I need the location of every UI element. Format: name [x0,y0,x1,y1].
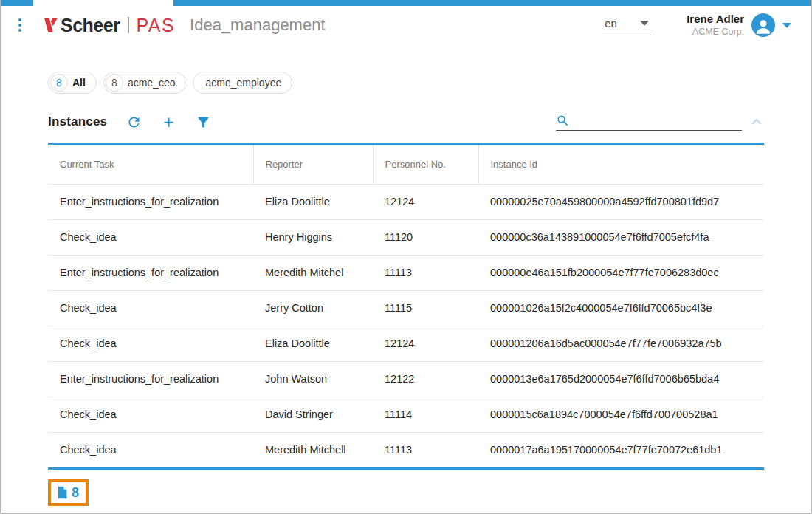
app-header: Scheer PAS Idea_management en Irene Adle… [1,6,811,44]
page-title: Idea_management [190,16,325,35]
table-row[interactable]: Check_idea Eliza Doolittle 12124 0000012… [48,326,764,361]
kebab-menu-icon[interactable] [18,18,21,32]
cell-reporter: Jerry Cotton [253,290,373,326]
brand-name: Scheer [61,15,120,36]
chip-all[interactable]: 8 All [48,72,97,94]
column-header-current-task[interactable]: Current Task [48,145,253,184]
chip-count-badge: 8 [50,74,68,92]
cell-current-task: Enter_instructions_for_realization [48,255,253,290]
chip-label: acme_employee [205,77,281,89]
chevron-down-icon [640,21,649,26]
table-row[interactable]: Enter_instructions_for_realization Mered… [48,255,764,290]
cell-personnel-no: 11114 [373,397,478,432]
cell-instance-id: 0000013e6a1765d2000054e7f6ffd7006b65bda4 [478,361,764,397]
cell-reporter: John Watson [253,361,373,397]
cell-current-task: Check_idea [48,219,253,255]
chip-label: acme_ceo [128,77,176,89]
cell-instance-id: 000000e46a151fb2000054e7f77fe7006283d0ec [478,255,764,290]
table-row[interactable]: Check_idea David Stringer 11114 0000015c… [48,397,764,432]
chip-count-badge: 8 [106,74,123,92]
cell-reporter: Eliza Doolittle [253,326,373,361]
instances-toolbar: Instances [48,107,764,137]
cell-personnel-no: 11120 [373,219,478,255]
stripe-logo-notch [33,0,173,6]
cell-personnel-no: 11113 [373,255,478,290]
cell-personnel-no: 11115 [373,290,478,326]
cell-reporter: Eliza Doolittle [253,184,373,219]
cell-instance-id: 0000015c6a1894c7000054e7f6ffd700700528a1 [478,397,764,432]
table-row[interactable]: Check_idea Meredith Mitchell 11113 00000… [48,432,764,467]
table-row[interactable]: Enter_instructions_for_realization Eliza… [48,184,764,219]
record-count: 8 [72,485,79,501]
cell-reporter: Henry Higgins [253,219,373,255]
main-content: 8 All 8 acme_ceo acme_employee Instances [1,72,811,506]
chevron-up-icon[interactable] [749,114,764,129]
table-row[interactable]: Enter_instructions_for_realization John … [48,361,764,397]
user-menu[interactable]: Irene Adler ACME Corp. [687,13,791,38]
cell-reporter: Meredith Mitchell [253,432,373,467]
cell-current-task: Check_idea [48,326,253,361]
user-name: Irene Adler [687,13,744,27]
add-icon[interactable] [161,114,176,130]
record-count-badge: 8 [48,479,89,506]
cell-personnel-no: 12124 [373,184,478,219]
cell-current-task: Enter_instructions_for_realization [48,184,253,219]
chip-acme-ceo[interactable]: 8 acme_ceo [103,72,187,94]
cell-instance-id: 000001206a16d5ac000054e7f77fe7006932a75b [478,326,764,361]
cell-current-task: Check_idea [48,290,253,326]
cell-current-task: Check_idea [48,397,253,432]
cell-instance-id: 000001026a15f2c4000054e7f6ffd70065bc4f3e [478,290,764,326]
filter-chips-row: 8 All 8 acme_ceo acme_employee [48,72,764,94]
cell-instance-id: 00000025e70a459800000a4592ffd700801fd9d7 [478,184,764,219]
stripe-left [1,0,33,6]
table-header-row: Current Task Reporter Personnel No. Inst… [48,145,764,184]
column-header-instance-id[interactable]: Instance Id [478,145,764,184]
cell-current-task: Enter_instructions_for_realization [48,361,253,397]
column-header-reporter[interactable]: Reporter [253,145,373,184]
chevron-down-icon[interactable] [782,23,791,28]
cell-reporter: David Stringer [253,397,373,432]
search-input[interactable] [574,115,742,128]
cell-instance-id: 000000c36a143891000054e7f6ffd7005efcf4fa [478,219,764,255]
search-icon [556,114,570,128]
cell-current-task: Check_idea [48,432,253,467]
cell-personnel-no: 11113 [373,432,478,467]
brand-product: PAS [136,15,175,36]
document-icon [55,484,69,501]
instances-table: Current Task Reporter Personnel No. Inst… [48,143,764,470]
cell-reporter: Meredith Mitchel [253,255,373,290]
cell-personnel-no: 12122 [373,361,478,397]
column-header-personnel-no[interactable]: Personnel No. [373,145,478,184]
language-select[interactable]: en [602,16,651,35]
app-window: Scheer PAS Idea_management en Irene Adle… [0,0,812,514]
chip-label: All [72,77,86,89]
stripe-right [173,0,811,6]
filter-icon[interactable] [196,114,211,130]
scheer-logo-mark-icon [44,17,58,33]
table-row[interactable]: Check_idea Jerry Cotton 11115 000001026a… [48,290,764,326]
cell-personnel-no: 12124 [373,326,478,361]
user-organization: ACME Corp. [687,27,744,38]
brand-logo: Scheer PAS [44,15,175,36]
brand-divider [128,17,129,33]
language-value: en [605,17,617,30]
user-avatar-icon[interactable] [751,13,775,37]
chip-acme-employee[interactable]: acme_employee [193,72,292,94]
section-title: Instances [48,114,107,129]
table-row[interactable]: Check_idea Henry Higgins 11120 000000c36… [48,219,764,255]
top-accent-stripe [1,0,811,6]
search-field[interactable] [556,114,742,131]
cell-instance-id: 0000017a6a195170000054e7f77fe70072e61db1 [478,432,764,467]
refresh-icon[interactable] [126,114,142,130]
